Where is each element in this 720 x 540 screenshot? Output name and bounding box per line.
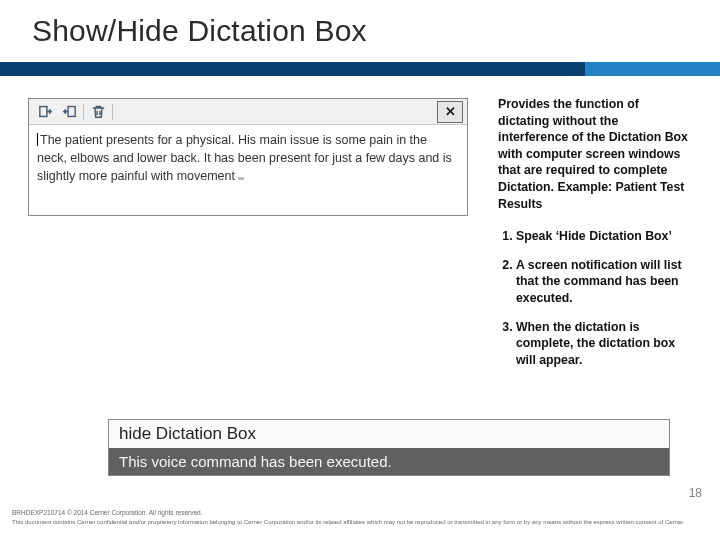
page-number: 18 — [689, 486, 702, 500]
transfer-in-icon[interactable] — [33, 102, 57, 122]
dictation-text-area[interactable]: The patient presents for a physical. His… — [29, 125, 467, 215]
step-item: Speak ‘Hide Dictation Box’ — [516, 228, 692, 245]
accent-wedge — [704, 62, 720, 76]
toolbar-separator — [112, 104, 113, 120]
text-caret — [37, 133, 38, 146]
notification-title: hide Dictation Box — [109, 420, 669, 448]
step-item: A screen notification will list that the… — [516, 257, 692, 307]
steps-list: Speak ‘Hide Dictation Box’ A screen noti… — [498, 228, 692, 368]
step-item: When the dictation is complete, the dict… — [516, 319, 692, 369]
dictation-toolbar: ✕ — [29, 99, 467, 125]
svg-rect-0 — [39, 107, 46, 117]
description-column: Provides the function of dictating witho… — [498, 96, 692, 380]
footer-line-1: BRHDEXP210714 © 2014 Cerner Corporation.… — [12, 509, 712, 518]
footer: BRHDEXP210714 © 2014 Cerner Corporation.… — [12, 509, 712, 526]
notification-body: This voice command has been executed. — [109, 448, 669, 475]
smudge-decoration — [238, 177, 244, 180]
toolbar-separator — [83, 104, 84, 120]
svg-rect-1 — [68, 107, 75, 117]
dictation-text: The patient presents for a physical. His… — [37, 133, 452, 183]
footer-line-2: This document contains Cerner confidenti… — [12, 518, 712, 526]
transfer-out-icon[interactable] — [57, 102, 81, 122]
close-button[interactable]: ✕ — [437, 101, 463, 123]
description-text: Provides the function of dictating witho… — [498, 96, 692, 212]
dictation-box-window: ✕ The patient presents for a physical. H… — [28, 98, 468, 216]
trash-icon[interactable] — [86, 102, 110, 122]
accent-bar — [585, 62, 720, 76]
page-title: Show/Hide Dictation Box — [32, 14, 367, 48]
notification-panel: hide Dictation Box This voice command ha… — [108, 419, 670, 476]
